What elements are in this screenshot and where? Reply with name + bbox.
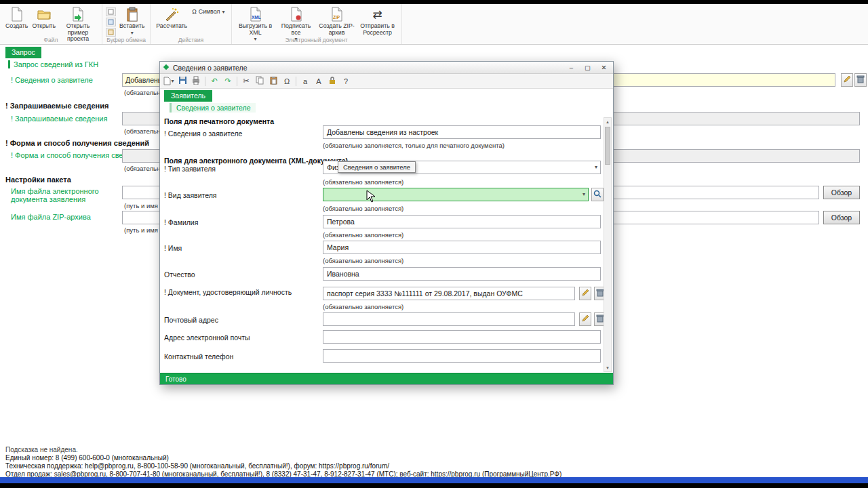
main-edit-button[interactable] (841, 73, 853, 87)
paste-option-3-button[interactable] (106, 28, 116, 37)
email-field[interactable] (323, 330, 601, 344)
open-folder-icon (37, 6, 52, 22)
kind-dropdown[interactable]: ▾ (323, 188, 589, 201)
help-button[interactable]: ? (340, 75, 352, 87)
scroll-thumb[interactable] (605, 127, 610, 165)
copy-icon (256, 76, 264, 86)
maximize-button[interactable]: ▢ (581, 63, 594, 73)
document-field[interactable]: паспорт серия 3333 №111111 от 29.08.2017… (323, 287, 575, 300)
chevron-down-icon: ▾ (222, 9, 225, 15)
lastname-hint: (обязательно заполняется) (323, 231, 403, 239)
firstname-label: ! Имя (164, 244, 319, 253)
tab-applicant[interactable]: Заявитель (164, 90, 212, 102)
ribbon-group-actions-label: Действия (151, 37, 231, 43)
browse-zip-button[interactable]: Обзор (823, 211, 860, 224)
ribbon: Создать Открыть Открыть пример проекта Ф… (0, 4, 868, 45)
dialog-toolbar: ▾ ↶ ↷ ✂ Ω a A ? (160, 74, 613, 89)
postal-field[interactable] (323, 312, 575, 326)
dialog-status-text: Готово (165, 375, 186, 383)
redo-button[interactable]: ↷ (222, 75, 234, 87)
dialog-app-icon (163, 64, 170, 72)
calculate-button[interactable]: Рассчитать (154, 5, 189, 30)
omega-icon: Ω (192, 8, 197, 15)
search-icon (593, 188, 601, 201)
omega-button[interactable]: Ω (281, 75, 293, 87)
cut-button[interactable]: ✂ (240, 75, 252, 87)
minimize-button[interactable]: – (565, 63, 578, 73)
screen: Создать Открыть Открыть пример проекта Ф… (0, 0, 868, 488)
pencil-icon (581, 287, 589, 300)
dialog-titlebar[interactable]: Сведения о заявителе – ▢ ✕ (160, 62, 613, 74)
document-hint: (обязательно заполняется) (323, 303, 403, 310)
type-tooltip: Сведения о заявителе (338, 161, 416, 173)
type-hint: (обязательно заполняется) (323, 178, 403, 186)
undo-button[interactable]: ↶ (208, 75, 220, 87)
send-rosreestr-button[interactable]: ⇄ Отправить в Росреестр (357, 5, 398, 37)
paste-option-2-button[interactable] (106, 18, 116, 26)
kind-search-button[interactable] (591, 188, 604, 201)
create-zip-button[interactable]: ZIP Создать ZIP-архив (317, 5, 357, 37)
copy-button[interactable] (254, 75, 266, 87)
dialog-scrollbar[interactable]: ▲ ▼ (604, 117, 612, 372)
kind-hint: (обязательно заполняется) (323, 205, 403, 212)
postal-edit-button[interactable] (579, 312, 591, 326)
print-button[interactable] (190, 75, 202, 87)
chevron-down-icon: ▾ (583, 191, 585, 197)
applicant-hint: (обязательно заполняется, только для печ… (323, 142, 505, 149)
browse-xml-button[interactable]: Обзор (823, 186, 860, 199)
phone-field[interactable] (323, 349, 601, 363)
close-button[interactable]: ✕ (597, 63, 610, 73)
firstname-hint: (обязательно заполняется) (323, 257, 403, 264)
lastname-field[interactable]: Петрова (323, 215, 601, 228)
document-edit-button[interactable] (579, 287, 591, 300)
taskbar-strip (0, 477, 868, 483)
open-project-button[interactable]: Открыть (30, 5, 58, 30)
save-icon (178, 76, 187, 86)
sign-document-icon (290, 6, 303, 22)
new-project-button[interactable]: Создать (3, 5, 30, 30)
symbol-button[interactable]: Ω Символ ▾ (189, 5, 227, 18)
scroll-down-icon[interactable]: ▼ (604, 364, 611, 371)
calculate-label: Рассчитать (156, 23, 187, 30)
print-icon (191, 76, 201, 86)
middlename-field[interactable]: Ивановна (323, 267, 601, 281)
clipboard-mini-buttons (106, 5, 116, 37)
sidebar-item-requested-info[interactable]: ! Запрашиваемые сведения (11, 115, 107, 123)
scroll-up-icon[interactable]: ▲ (604, 118, 611, 125)
tab-request[interactable]: Запрос (5, 47, 41, 58)
new-project-label: Создать (5, 23, 28, 30)
status-support-line: Техническая поддержка: help@pbprog.ru, 8… (5, 462, 389, 470)
toolbar-separator (237, 77, 237, 86)
sidebar-item-applicant-info[interactable]: ! Сведения о заявителе (11, 76, 93, 84)
applicant-dialog: Сведения о заявителе – ▢ ✕ ▾ ↶ ↷ ✂ (159, 61, 614, 385)
firstname-field[interactable]: Мария (323, 241, 601, 254)
pencil-icon (843, 74, 851, 86)
applicant-label: ! Сведения о заявителе (164, 129, 319, 138)
transfer-arrows-icon: ⇄ (372, 6, 382, 22)
document-label: ! Документ, удостоверяющий личность (164, 288, 319, 297)
new-document-icon (10, 6, 24, 22)
font-smaller-button[interactable]: a (299, 75, 311, 87)
paste-button-small[interactable] (267, 75, 279, 87)
main-delete-button[interactable] (854, 73, 867, 87)
paste-option-1-button[interactable] (106, 7, 116, 16)
applicant-field[interactable]: Добавлены сведения из настроек (323, 125, 601, 139)
sidebar-item-xml-filename[interactable]: Имя файла электронного документа заявлен… (11, 187, 118, 203)
mouse-cursor (366, 190, 376, 206)
section-xml-header: Поля для электронного документа (XML-док… (164, 157, 348, 165)
sidebar-item-zip-filename[interactable]: Имя файла ZIP-архива (11, 213, 91, 221)
paste-button[interactable]: Вставить ▾ (117, 5, 146, 37)
trash-icon (856, 74, 865, 86)
font-larger-button[interactable]: A (313, 75, 325, 87)
pencil-icon (581, 313, 589, 325)
lock-button[interactable] (326, 75, 338, 87)
ribbon-group-edoc-label: Электронный документ (232, 37, 401, 43)
status-hint-line: Подсказка не найдена. (5, 446, 78, 453)
dialog-breadcrumb[interactable]: Сведения о заявителе (170, 103, 256, 113)
sidebar-root-request-gkn[interactable]: Запрос сведений из ГКН (8, 60, 98, 68)
paste-label: Вставить (119, 23, 144, 30)
ribbon-group-file-label: Файл (0, 37, 102, 43)
file-menu-button[interactable]: ▾ (163, 75, 175, 87)
save-button[interactable] (176, 75, 189, 87)
status-phone-line: Единый номер: 8 (499) 600-600-0 (многока… (5, 454, 169, 462)
